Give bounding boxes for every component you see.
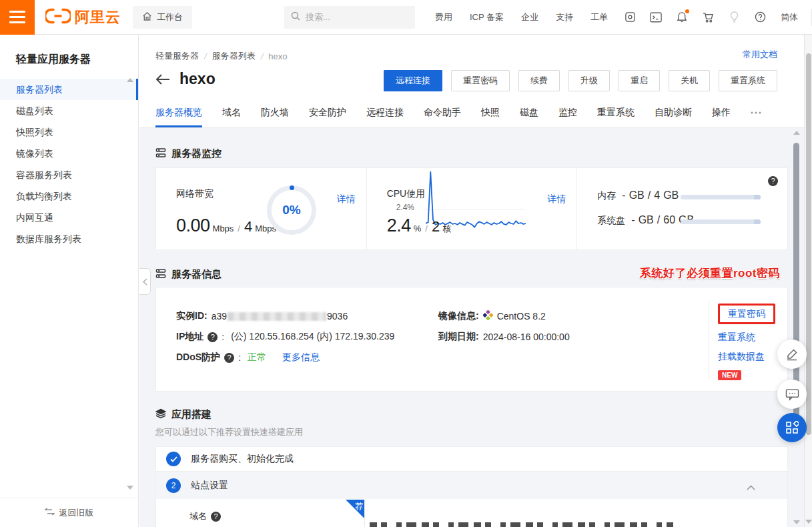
- workbench-button[interactable]: 工作台: [133, 6, 192, 29]
- tab-firewall[interactable]: 防火墙: [261, 107, 289, 127]
- sidebar-scroll-up-arrow[interactable]: [127, 78, 133, 85]
- tab-monitor[interactable]: 监控: [558, 107, 577, 127]
- sidebar-item-disk-list[interactable]: 磁盘列表: [0, 100, 138, 121]
- sidebar-item-server-list[interactable]: 服务器列表: [0, 79, 138, 100]
- renew-button[interactable]: 续费: [518, 70, 560, 91]
- hamburger-menu-button[interactable]: [0, 0, 35, 35]
- tab-domain[interactable]: 域名: [222, 107, 241, 127]
- tab-reset-system[interactable]: 重置系统: [597, 107, 635, 127]
- bandwidth-gauge: 0%: [267, 185, 316, 235]
- scroll-up-arrow[interactable]: [793, 131, 800, 135]
- search-box[interactable]: [284, 6, 415, 29]
- cpu-detail-link[interactable]: 详情: [547, 193, 566, 205]
- section-server-monitor: 服务器监控: [155, 147, 222, 160]
- memory-used: -: [622, 189, 625, 201]
- terminal-icon[interactable]: [650, 11, 662, 23]
- step-2-label: 站点设置: [191, 480, 228, 492]
- step-site-settings[interactable]: 2 站点设置: [156, 471, 787, 499]
- menu-item-tickets[interactable]: 工单: [590, 11, 608, 23]
- cpu-total: 2: [432, 218, 440, 235]
- chat-support-button[interactable]: [777, 380, 807, 409]
- window-scroll-down-arrow[interactable]: [805, 520, 812, 524]
- quick-apps-button[interactable]: [777, 413, 807, 442]
- sidebar-item-intranet-connect[interactable]: 内网互通: [0, 207, 138, 228]
- colon: [222, 332, 227, 342]
- breadcrumb-item-lightweight-server[interactable]: 轻量服务器: [155, 50, 199, 62]
- sidebar-item-load-balancer-list[interactable]: 负载均衡列表: [0, 185, 138, 207]
- menu-item-icp[interactable]: ICP 备案: [470, 11, 504, 23]
- image-info-row: 镜像信息: CentOS 8.2: [438, 310, 546, 322]
- aliyun-logo-text: 阿里云: [75, 7, 121, 27]
- scroll-down-arrow[interactable]: [793, 520, 800, 524]
- memory-total: 4: [654, 189, 660, 201]
- window-scrollbar[interactable]: [804, 35, 812, 527]
- restart-button[interactable]: 重启: [619, 70, 660, 91]
- sidebar-scroll-down-arrow[interactable]: [127, 486, 133, 492]
- sidebar-nav: 服务器列表 磁盘列表 快照列表 镜像列表 容器服务列表 负载均衡列表 内网互通 …: [0, 79, 138, 249]
- section-server-info: 服务器信息: [155, 268, 222, 281]
- ip-value: (公) 120.55.168.254 (内) 172.19.30.239: [231, 331, 394, 343]
- common-docs-link[interactable]: 常用文档: [743, 49, 777, 61]
- notification-bell-icon[interactable]: [676, 11, 688, 23]
- tabs-more-icon[interactable]: [751, 105, 761, 127]
- back-to-old-version-link[interactable]: 返回旧版: [0, 498, 138, 527]
- tab-disk[interactable]: 磁盘: [520, 107, 538, 127]
- language-switch[interactable]: 简体: [781, 11, 798, 23]
- remote-connect-button[interactable]: 远程连接: [384, 70, 442, 91]
- menu-item-enterprise[interactable]: 企业: [521, 11, 538, 23]
- sidebar-item-snapshot-list[interactable]: 快照列表: [0, 121, 138, 143]
- more-info-link[interactable]: 更多信息: [282, 352, 320, 364]
- lightbulb-icon[interactable]: [728, 11, 740, 23]
- cart-icon[interactable]: [702, 11, 714, 23]
- sidebar-item-image-list[interactable]: 镜像列表: [0, 143, 138, 164]
- tab-self-diagnosis[interactable]: 自助诊断: [655, 107, 692, 127]
- content-scrollbar[interactable]: [791, 128, 801, 527]
- reset-system-link[interactable]: 重置系统: [718, 332, 755, 344]
- chevron-up-icon[interactable]: [747, 481, 755, 493]
- reset-system-button[interactable]: 重置系统: [719, 70, 777, 91]
- sidebar-item-database-service-list[interactable]: 数据库服务列表: [0, 228, 138, 249]
- window-scrollbar-thumb[interactable]: [806, 53, 811, 435]
- domain-box: 荐 域名 未绑定 立即绑定: [156, 500, 365, 527]
- server-icon: [155, 268, 166, 281]
- ddos-status: 正常: [248, 352, 266, 364]
- back-arrow-button[interactable]: [155, 74, 170, 85]
- tab-snapshot[interactable]: 快照: [481, 107, 500, 127]
- bandwidth-panel: 网络带宽 0.00 Mbps / 4 Mbps 0% 详情: [156, 168, 366, 249]
- upgrade-button[interactable]: 升级: [568, 70, 610, 91]
- system-disk-usage-bar: [681, 219, 761, 224]
- page-header: 轻量服务器 服务器列表 hexo 常用文档 hexo 远程连接 重置密码 续费 …: [139, 35, 804, 128]
- tab-command-assistant[interactable]: 命令助手: [424, 107, 461, 127]
- bandwidth-detail-link[interactable]: 详情: [337, 193, 356, 205]
- ddos-help-icon[interactable]: [224, 353, 234, 363]
- reset-password-button[interactable]: 重置密码: [451, 70, 510, 91]
- resource-help-icon[interactable]: [768, 176, 778, 186]
- step-server-purchased: 服务器购买、初始化完成: [156, 447, 787, 471]
- mobile-app-icon[interactable]: [624, 11, 636, 23]
- expire-date-row: 到期日期: 2024-08-16 00:00:00: [438, 331, 570, 343]
- help-icon[interactable]: [754, 11, 766, 23]
- feedback-pencil-button[interactable]: [777, 340, 807, 369]
- aliyun-logo[interactable]: 阿里云: [45, 7, 121, 27]
- breadcrumb-item-server-list[interactable]: 服务器列表: [212, 50, 256, 62]
- tab-server-overview[interactable]: 服务器概览: [155, 107, 202, 127]
- colon: [238, 352, 244, 363]
- menu-item-billing[interactable]: 费用: [435, 11, 452, 23]
- tab-remote-connect[interactable]: 远程连接: [366, 107, 404, 127]
- sidebar-item-container-service-list[interactable]: 容器服务列表: [0, 164, 138, 185]
- system-disk-used-unit: GB: [639, 214, 654, 226]
- reset-password-link[interactable]: 重置密码: [728, 308, 765, 319]
- domain-help-icon[interactable]: [211, 512, 221, 522]
- info-card-divider: [709, 300, 709, 379]
- ip-help-icon[interactable]: [208, 332, 218, 342]
- step-2-number: 2: [166, 478, 181, 493]
- tab-security[interactable]: 安全防护: [309, 107, 346, 127]
- tab-operation[interactable]: 操作: [712, 107, 731, 127]
- mount-data-disk-link[interactable]: 挂载数据盘: [718, 351, 765, 363]
- menu-item-support[interactable]: 支持: [556, 11, 573, 23]
- search-input[interactable]: [306, 12, 399, 22]
- shutdown-button[interactable]: 关机: [669, 70, 710, 91]
- sidebar-collapse-handle[interactable]: [139, 268, 151, 295]
- cpu-total-unit: 核: [442, 223, 451, 235]
- system-disk-label: 系统盘: [597, 215, 625, 227]
